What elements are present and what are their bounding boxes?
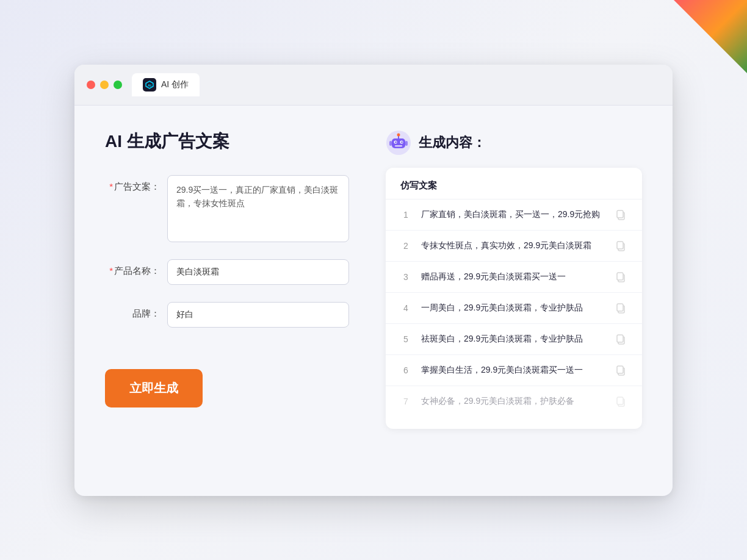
- svg-rect-14: [617, 210, 623, 218]
- result-item-5: 5 祛斑美白，29.9元美白淡斑霜，专业护肤品: [386, 324, 642, 355]
- brand-input[interactable]: [167, 302, 349, 328]
- result-num-1: 1: [400, 210, 411, 220]
- product-name-label: *产品名称：: [105, 259, 160, 277]
- browser-window: AI AI 创作 AI 生成广告文案 *广告文案： 29.9买一送一，真正的厂家…: [74, 65, 673, 496]
- result-text-3: 赠品再送，29.9元美白淡斑霜买一送一: [421, 270, 604, 283]
- maximize-button[interactable]: [114, 81, 122, 89]
- result-num-4: 4: [400, 303, 411, 313]
- copy-icon-3[interactable]: [614, 270, 627, 284]
- copy-icon-6[interactable]: [614, 364, 627, 377]
- result-header: 生成内容：: [386, 130, 642, 156]
- result-text-5: 祛斑美白，29.9元美白淡斑霜，专业护肤品: [421, 332, 604, 345]
- brand-label: 品牌：: [105, 302, 160, 320]
- svg-rect-11: [389, 141, 392, 146]
- required-star-1: *: [109, 181, 113, 192]
- brand-group: 品牌：: [105, 302, 349, 328]
- svg-rect-12: [405, 141, 408, 146]
- result-num-5: 5: [400, 334, 411, 344]
- copy-icon-1[interactable]: [614, 208, 627, 221]
- svg-text:AI: AI: [148, 84, 151, 87]
- svg-point-6: [395, 141, 396, 142]
- main-content: AI 生成广告文案 *广告文案： 29.9买一送一，真正的厂家直销，美白淡斑霜，…: [74, 106, 673, 496]
- result-text-4: 一周美白，29.9元美白淡斑霜，专业护肤品: [421, 301, 604, 314]
- title-bar: AI AI 创作: [74, 65, 673, 106]
- svg-rect-8: [395, 145, 402, 147]
- result-container: 仿写文案 1 厂家直销，美白淡斑霜，买一送一，29.9元抢购 2 专抹女性斑点，…: [386, 168, 642, 429]
- result-text-1: 厂家直销，美白淡斑霜，买一送一，29.9元抢购: [421, 208, 604, 221]
- result-title: 生成内容：: [419, 134, 486, 152]
- left-panel: AI 生成广告文案 *广告文案： 29.9买一送一，真正的厂家直销，美白淡斑霜，…: [105, 130, 349, 472]
- result-item-1: 1 厂家直销，美白淡斑霜，买一送一，29.9元抢购: [386, 199, 642, 231]
- minimize-button[interactable]: [100, 81, 109, 89]
- result-num-2: 2: [400, 241, 411, 251]
- result-text-6: 掌握美白生活，29.9元美白淡斑霜买一送一: [421, 364, 604, 376]
- svg-point-10: [397, 133, 400, 136]
- required-star-2: *: [109, 265, 113, 276]
- robot-icon: [386, 130, 411, 156]
- right-panel: 生成内容： 仿写文案 1 厂家直销，美白淡斑霜，买一送一，29.9元抢购 2 专…: [386, 130, 642, 472]
- ad-copy-label: *广告文案：: [105, 175, 160, 193]
- window-controls: [87, 81, 122, 89]
- result-num-7: 7: [400, 397, 411, 406]
- result-item-6: 6 掌握美白生活，29.9元美白淡斑霜买一送一: [386, 355, 642, 386]
- ad-copy-textarea[interactable]: 29.9买一送一，真正的厂家直销，美白淡斑霜，专抹女性斑点: [167, 175, 349, 242]
- svg-rect-20: [617, 304, 623, 311]
- corner-decoration: [674, 0, 747, 73]
- svg-rect-24: [617, 366, 623, 373]
- copy-icon-2[interactable]: [614, 239, 627, 253]
- copy-icon-4[interactable]: [614, 301, 627, 315]
- result-item-4: 4 一周美白，29.9元美白淡斑霜，专业护肤品: [386, 293, 642, 324]
- svg-rect-18: [617, 273, 623, 280]
- copy-icon-5[interactable]: [614, 332, 627, 346]
- svg-rect-26: [617, 397, 623, 404]
- result-num-6: 6: [400, 365, 411, 375]
- result-text-2: 专抹女性斑点，真实功效，29.9元美白淡斑霜: [421, 239, 604, 252]
- generate-button[interactable]: 立即生成: [105, 369, 203, 407]
- result-text-7: 女神必备，29.9元美白淡斑霜，护肤必备: [421, 395, 604, 407]
- result-item-3: 3 赠品再送，29.9元美白淡斑霜买一送一: [386, 262, 642, 293]
- product-name-group: *产品名称：: [105, 259, 349, 285]
- svg-rect-16: [617, 242, 623, 249]
- tab-label: AI 创作: [161, 79, 189, 90]
- result-item-7: 7 女神必备，29.9元美白淡斑霜，护肤必备: [386, 386, 642, 417]
- svg-rect-22: [617, 335, 623, 342]
- result-num-3: 3: [400, 272, 411, 282]
- product-name-input[interactable]: [167, 259, 349, 285]
- page-title: AI 生成广告文案: [105, 130, 349, 153]
- ai-tab-icon: AI: [143, 78, 156, 92]
- result-column-header: 仿写文案: [386, 180, 642, 199]
- ad-copy-group: *广告文案： 29.9买一送一，真正的厂家直销，美白淡斑霜，专抹女性斑点: [105, 175, 349, 242]
- svg-point-7: [401, 141, 402, 142]
- ai-tab[interactable]: AI AI 创作: [132, 73, 200, 96]
- svg-rect-3: [392, 138, 405, 148]
- close-button[interactable]: [87, 81, 95, 89]
- result-item-2: 2 专抹女性斑点，真实功效，29.9元美白淡斑霜: [386, 231, 642, 262]
- copy-icon-7[interactable]: [614, 395, 627, 408]
